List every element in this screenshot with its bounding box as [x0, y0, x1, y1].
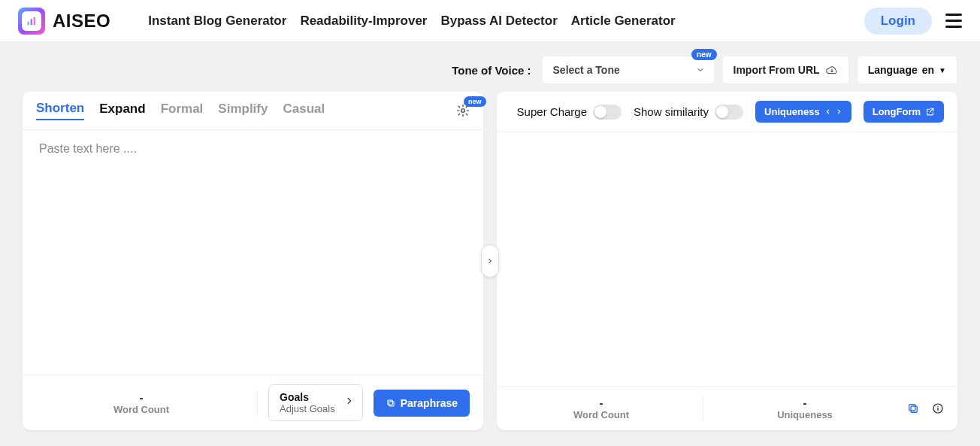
nav-bypass[interactable]: Bypass AI Detector: [440, 14, 557, 29]
goals-button[interactable]: Goals Adjust Goals: [268, 384, 363, 421]
settings-button[interactable]: new: [456, 104, 470, 117]
tab-simplify[interactable]: Simplify: [218, 102, 268, 120]
new-badge: new: [464, 96, 486, 107]
longform-button[interactable]: LongForm: [864, 101, 944, 123]
divider: [257, 390, 258, 416]
svg-rect-1: [31, 19, 32, 25]
tab-expand[interactable]: Expand: [99, 102, 145, 120]
nav-article[interactable]: Article Generator: [571, 14, 676, 29]
goals-subtitle: Adjust Goals: [280, 403, 335, 414]
longform-label: LongForm: [873, 106, 921, 117]
tone-select[interactable]: Select a Tone new: [542, 56, 715, 84]
goals-title: Goals: [280, 391, 335, 403]
nav-blog[interactable]: Instant Blog Generator: [148, 14, 286, 29]
svg-point-3: [461, 109, 465, 113]
cloud-download-icon: [826, 64, 838, 76]
svg-rect-7: [909, 405, 915, 411]
svg-rect-5: [388, 399, 392, 404]
super-charge-toggle[interactable]: [593, 105, 622, 120]
svg-rect-4: [389, 401, 393, 405]
super-charge-label: Super Charge: [517, 105, 587, 118]
language-select[interactable]: Language en ▼: [857, 56, 957, 84]
chevron-right-icon: [344, 396, 355, 406]
chevron-left-icon: [824, 108, 831, 115]
svg-rect-0: [28, 21, 29, 25]
output-word-count-label: Word Count: [510, 409, 692, 420]
tab-shorten[interactable]: Shorten: [36, 101, 84, 120]
paraphrase-label: Paraphrase: [401, 397, 458, 409]
chevron-right-icon: [486, 256, 494, 266]
svg-rect-6: [911, 406, 917, 412]
menu-icon[interactable]: [945, 14, 962, 28]
caret-down-icon: ▼: [939, 66, 946, 74]
language-value: en: [922, 64, 934, 76]
word-count-label: Word Count: [36, 404, 247, 415]
panel-divider-handle[interactable]: [481, 244, 499, 278]
tone-label: Tone of Voice :: [452, 64, 531, 77]
tone-value: Select a Tone: [553, 64, 620, 76]
uniqueness-button[interactable]: Uniqueness: [755, 101, 851, 123]
login-button[interactable]: Login: [864, 8, 932, 35]
word-count-value: -: [36, 391, 247, 404]
new-badge: new: [691, 49, 716, 60]
input-textarea[interactable]: [23, 130, 483, 375]
output-area: [497, 132, 957, 386]
import-url-label: Import From URL: [733, 64, 820, 76]
copy-icon: [386, 398, 396, 408]
tab-formal[interactable]: Formal: [161, 102, 204, 120]
output-word-count-value: -: [510, 396, 692, 409]
logo-mark[interactable]: [18, 8, 45, 35]
svg-rect-2: [34, 17, 35, 25]
chevron-right-icon: [836, 108, 842, 115]
show-similarity-label: Show similarity: [634, 105, 709, 118]
chevron-down-icon: [696, 65, 705, 74]
nav-readability[interactable]: Readability-Improver: [300, 14, 427, 29]
uniqueness-label: Uniqueness: [764, 106, 820, 117]
divider: [703, 396, 703, 421]
uniqueness-label: Uniqueness: [714, 409, 896, 420]
copy-button[interactable]: [906, 402, 920, 415]
paraphrase-button[interactable]: Paraphrase: [374, 390, 470, 417]
output-panel: Super Charge Show similarity Uniqueness …: [497, 92, 957, 430]
input-panel: Shorten Expand Formal Simplify Casual ne…: [23, 92, 483, 430]
svg-point-9: [937, 406, 938, 407]
info-button[interactable]: [932, 402, 944, 414]
uniqueness-value: -: [714, 396, 896, 409]
tab-casual[interactable]: Casual: [283, 102, 325, 120]
brand-name: AISEO: [53, 11, 110, 32]
language-label: Language: [868, 64, 918, 76]
import-url-button[interactable]: Import From URL: [722, 56, 849, 84]
show-similarity-toggle[interactable]: [715, 105, 743, 120]
external-link-icon: [925, 107, 935, 117]
